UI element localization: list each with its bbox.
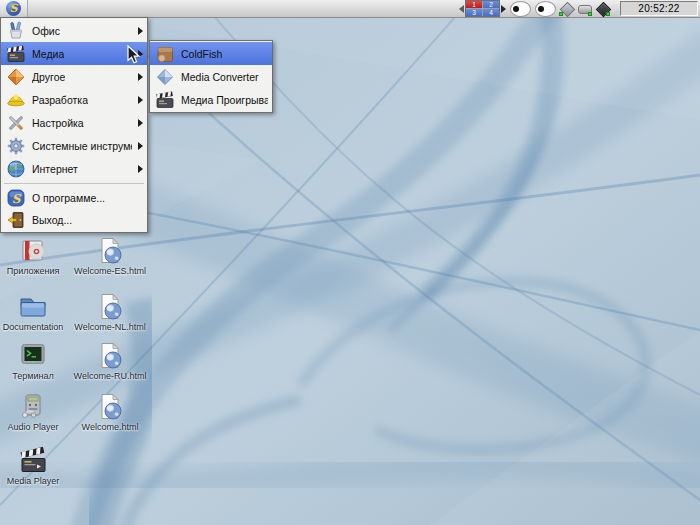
menu-item-label: О программе... [32,192,105,204]
xeyes-left-eye [510,1,531,17]
desktop-icon-label: Терминал [12,372,53,382]
desktop-icon-applications[interactable]: Приложения [0,236,75,277]
menu-item-label: Интернет [32,163,78,175]
submenu-item-media-player[interactable]: Медиа Проигрыватель [150,88,272,111]
submenu-item-media-converter[interactable]: Media Converter [150,65,272,88]
status-green-dot [606,12,610,16]
desktop-icon-label: Приложения [7,267,60,277]
menu-separator [4,183,144,184]
pager-grid: 1 2 3 4 [465,0,500,17]
media-player-icon [155,90,175,110]
menu-item-label: Системные инструменты [32,140,132,152]
panel-clock[interactable]: 20:52:22 [620,1,698,16]
html-doc-icon [95,236,125,266]
app-menu-button[interactable]: S [0,0,28,17]
submenu-arrow-icon [138,27,143,35]
desktop-icon-terminal[interactable]: Терминал [0,341,75,382]
xeyes-right-eye [535,1,556,17]
submenu-item-label: ColdFish [181,48,222,60]
menu-item-label: Настройка [32,117,84,129]
tray-network-icon[interactable] [559,1,574,16]
audio-player-icon [18,392,48,422]
menu-item-office[interactable]: Офис [1,19,147,42]
pager-left-arrow-icon[interactable] [459,5,464,13]
workspace-1[interactable]: 1 [466,1,482,8]
menu-item-development[interactable]: Разработка [1,88,147,111]
menu-item-label: Медиа [32,48,64,60]
desktop-icon-label: Welcome-NL.html [74,323,145,333]
tray-modem-icon[interactable] [577,1,592,16]
workspace-pager: 1 2 3 4 [459,0,506,17]
submenu-item-label: Media Converter [181,71,259,83]
eye-pupil [513,6,519,12]
menu-item-label: Разработка [32,94,88,106]
desktop-icon-welcome-ru[interactable]: Welcome-RU.html [68,341,152,382]
menu-item-label: Офис [32,25,60,37]
clapperboard-icon [18,446,48,476]
media-converter-icon [155,67,175,87]
menu-item-media[interactable]: Медиа [1,42,147,65]
menu-item-label: Выход... [32,214,72,226]
terminal-icon [18,341,48,371]
system-tools-icon [6,136,26,156]
html-doc-icon [95,292,125,322]
desktop-icon-media-player[interactable]: Media Player [0,446,75,487]
top-panel: S 1 2 3 4 20:52:22 [0,0,700,18]
svg-text:S: S [12,192,22,206]
desktop-icon-label: Welcome-RU.html [74,372,147,382]
workspace-4[interactable]: 4 [483,9,499,16]
menu-item-internet[interactable]: Интернет [1,157,147,180]
desktop-icon-label: Documentation [3,323,64,333]
desktop-icon-welcome-nl[interactable]: Welcome-NL.html [68,292,152,333]
submenu-arrow-icon [138,119,143,127]
submenu-arrow-icon [138,73,143,81]
eye-pupil [538,6,544,12]
other-icon [6,67,26,87]
internet-globe-icon [6,159,26,179]
status-green-dot [588,12,592,16]
menu-item-label: Другое [32,71,65,83]
settings-icon [6,113,26,133]
package-icon [18,236,48,266]
menu-item-other[interactable]: Другое [1,65,147,88]
media-submenu: ColdFish Media Converter Медиа Проигрыва… [149,40,273,113]
office-icon [6,21,26,41]
desktop-icon-audio-player[interactable]: Audio Player [0,392,75,433]
html-doc-icon [95,341,125,371]
desktop-icon-label: Welcome-ES.html [74,267,146,277]
menu-item-settings[interactable]: Настройка [1,111,147,134]
submenu-item-label: Медиа Проигрыватель [181,94,268,106]
status-green-dot [559,12,563,16]
submenu-arrow-icon [138,96,143,104]
desktop-icon-welcome[interactable]: Welcome.html [68,392,152,433]
about-logo-icon: S [6,188,26,208]
panel-right-group: 1 2 3 4 20:52:22 [459,0,700,17]
workspace-3[interactable]: 3 [466,9,482,16]
media-icon [6,44,26,64]
desktop-icon-label: Audio Player [7,423,58,433]
desktop-icon-welcome-es[interactable]: Welcome-ES.html [68,236,152,277]
submenu-item-coldfish[interactable]: ColdFish [150,42,272,65]
desktop-icon-label: Media Player [7,477,60,487]
desktop-icon-label: Welcome.html [82,423,139,433]
coldfish-icon [155,44,175,64]
tray-connection-icon[interactable] [595,1,610,16]
menu-item-system-tools[interactable]: Системные инструменты [1,134,147,157]
development-icon [6,90,26,110]
pager-right-arrow-icon[interactable] [501,5,506,13]
workspace-2[interactable]: 2 [483,1,499,8]
submenu-arrow-icon [138,50,143,58]
desktop-icon-documentation[interactable]: Documentation [0,292,75,333]
menu-item-about[interactable]: S О программе... [1,187,147,209]
application-menu: Офис Медиа Другое [0,17,148,233]
distro-logo-icon: S [6,1,21,16]
html-doc-icon [95,392,125,422]
submenu-arrow-icon [138,165,143,173]
folder-icon [18,292,48,322]
submenu-arrow-icon [138,142,143,150]
menu-item-logout[interactable]: Выход... [1,209,147,231]
logout-icon [6,210,26,230]
